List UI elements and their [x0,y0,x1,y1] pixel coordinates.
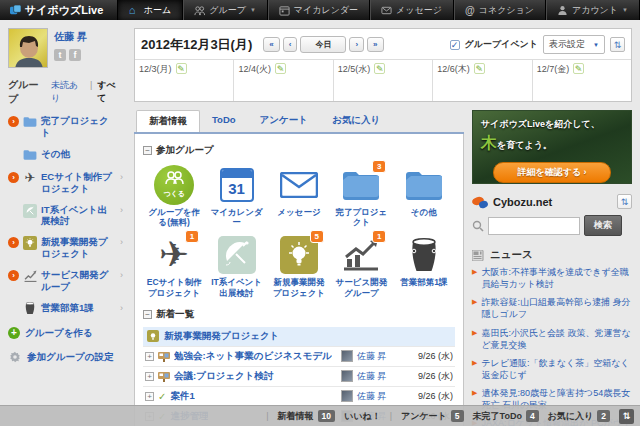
cybozu-collapse-button[interactable]: ⇅ [617,194,632,209]
user-avatar[interactable] [8,28,48,68]
tab-todo[interactable]: ToDo [200,110,248,132]
edit-event-icon[interactable]: ✎ [474,63,485,74]
profile-card: 佐藤 昇 t f [8,28,123,68]
shortcut-sales-dept[interactable]: 営業部第1課 [393,233,455,303]
collapse-section-icon[interactable]: − [143,146,152,155]
nav-connection-label: コネクション [479,4,534,17]
search-button[interactable]: 検索 [584,215,622,236]
shortcut-ec-site-project[interactable]: ✈ 1 ECサイト制作プロジェクト [143,233,205,303]
shortcut-create-group[interactable]: つくる グループを作る(無料) [143,163,205,233]
bottombar-todo[interactable]: 未完了ToDo 4 [473,410,539,423]
edit-event-icon[interactable]: ✎ [176,63,187,74]
calendar-next-day-button[interactable]: › [349,37,364,52]
calendar-day-cell[interactable]: 12/3(月)✎ [135,60,233,101]
group-settings-button[interactable]: 参加グループの設定 [8,350,123,364]
expand-icon[interactable]: + [145,352,154,361]
sidebar-item-completed-project[interactable]: › 完了プロジェクト [8,115,123,139]
recent-group-header[interactable]: 新規事業開発プロジェクト [143,327,455,346]
sidebar-item-ec-site-project[interactable]: › ✈ ECサイト制作プロジェクト › [8,171,123,195]
item-title: 会議:プロジェクト検討 [174,370,274,383]
shortcut-message[interactable]: メッセージ [268,163,330,233]
edit-event-icon[interactable]: ✎ [275,63,286,74]
twitter-icon[interactable]: t [54,49,66,61]
news-item[interactable]: ▶嘉田氏:小沢氏と会談 政策、党運営など意見交換 [472,327,632,351]
list-item[interactable]: + 会議:プロジェクト検討 佐藤 昇 9/26 (水) [143,366,455,386]
calendar-day-cell[interactable]: 12/7(金)✎ [532,60,631,101]
tab-bar: 新着情報 ToDo アンケート お気に入り [134,110,464,134]
tab-favorites[interactable]: お気に入り [320,110,392,132]
create-group-button[interactable]: + グループを作る [8,327,123,339]
item-user[interactable]: 佐藤 昇 [357,370,405,383]
calendar-prev-week-button[interactable]: « [263,37,279,52]
sidebar-item-other[interactable]: その他 [8,148,123,162]
bottombar-new-info[interactable]: 新着情報 10 [278,410,335,423]
bottombar-like[interactable]: いいね！ [344,410,381,423]
calendar-collapse-button[interactable]: ⇅ [610,37,625,52]
bottombar-favorites[interactable]: お気に入り 2 [548,410,610,423]
nav-group-label: グループ [209,4,246,17]
news-item[interactable]: ▶大阪市:不祥事半減を達成できず全職員給与カット検討 [472,266,632,290]
item-date: 9/26 (水) [409,390,453,403]
edit-event-icon[interactable]: ✎ [374,63,385,74]
calendar-today-button[interactable]: 今日 [300,36,346,53]
shortcut-label: IT系イベント出展検討 [207,277,265,297]
calendar-day-cell[interactable]: 12/4(火)✎ [233,60,332,101]
newspaper-icon [472,250,485,261]
calendar-next-week-button[interactable]: » [367,37,383,52]
filter-all-link[interactable]: すべて [97,79,123,105]
sidebar-item-sales-dept[interactable]: 営業部第1課 › [8,302,123,316]
calendar-day-cell[interactable]: 12/5(水)✎ [333,60,432,101]
shortcut-newbiz-project[interactable]: 5 新規事業開発プロジェクト [268,233,330,303]
shortcut-it-event[interactable]: IT系イベント出展検討 [205,233,267,303]
item-date: 9/26 (水) [409,350,453,363]
nav-mycalendar[interactable]: マイカレンダー [267,0,369,20]
bottombar-toggle-button[interactable]: ⇅ [619,409,634,424]
tab-panel: − 参加グループ つくる グループを作る(無料) [134,134,464,426]
shortcut-service-dev[interactable]: 1 サービス開発グループ [330,233,392,303]
nav-account[interactable]: アカウント ▼ [545,0,640,20]
edit-event-icon[interactable]: ✎ [573,63,584,74]
nav-group[interactable]: グループ ▼ [182,0,267,20]
content-column: 新着情報 ToDo アンケート お気に入り − 参加グループ [134,110,464,426]
app-logo[interactable]: サイボウズLive [0,0,117,20]
drum-icon [23,302,37,316]
tab-new-info[interactable]: 新着情報 [136,110,200,132]
list-item[interactable]: + 勉強会:ネット事業のビジネスモデル 佐藤 昇 9/26 (水) [143,346,455,366]
display-settings-select[interactable]: 表示設定 ▼ [543,35,605,54]
sidebar-item-service-dev[interactable]: › サービス開発グループ › [8,269,123,293]
calendar-day-cell[interactable]: 12/6(木)✎ [432,60,531,101]
user-name[interactable]: 佐藤 昇 [54,30,87,44]
groups-heading: グループ [8,78,46,106]
news-item[interactable]: ▶テレビ通販:「飲まなく茶」空箱なく返金応じず [472,357,632,381]
nav-connection[interactable]: @ コネクション [453,0,545,20]
expand-icon[interactable]: + [145,392,154,401]
promo-banner[interactable]: サイボウズLiveを紹介して、 木を育てよう。 詳細を確認する › [472,110,632,184]
calendar-prev-day-button[interactable]: ‹ [283,37,298,52]
shortcut-mycalendar[interactable]: 31 マイカレンダー [205,163,267,233]
news-item[interactable]: ▶詐欺容疑:山口組最高幹部ら逮捕 身分隠しゴルフ [472,296,632,320]
facebook-icon[interactable]: f [69,49,81,61]
item-user[interactable]: 佐藤 昇 [357,390,405,403]
promo-details-button[interactable]: 詳細を確認する › [493,162,611,183]
chevron-right-icon: › [120,205,123,215]
count-badge: 1 [372,230,386,243]
day-label: 12/7(金) [537,63,570,76]
recent-group-title: 新規事業開発プロジェクト [164,330,279,343]
collapse-section-icon[interactable]: − [143,310,152,319]
list-item[interactable]: + ✓ 案件1 佐藤 昇 9/26 (水) [143,386,455,406]
nav-message[interactable]: メッセージ [369,0,453,20]
item-user[interactable]: 佐藤 昇 [357,350,405,363]
search-input[interactable] [488,217,580,235]
shortcut-completed-project[interactable]: 3 完了プロジェクト [330,163,392,233]
shortcut-other[interactable]: その他 [393,163,455,233]
group-event-checkbox[interactable]: ✓ [450,40,460,50]
person-icon [557,5,568,16]
tab-survey[interactable]: アンケート [248,110,320,132]
nav-home[interactable]: ⌂ ホーム [117,0,182,20]
expand-icon[interactable]: + [145,372,154,381]
bottombar-survey[interactable]: アンケート 5 [401,410,464,423]
sidebar-item-it-event[interactable]: IT系イベント出展検討 › [8,204,123,228]
filter-unread-link[interactable]: 未読あり [51,79,85,105]
sidebar-item-newbiz-project[interactable]: › 新規事業開発プロジェクト › [8,236,123,260]
bottombar-label: 新着情報 [278,410,314,423]
